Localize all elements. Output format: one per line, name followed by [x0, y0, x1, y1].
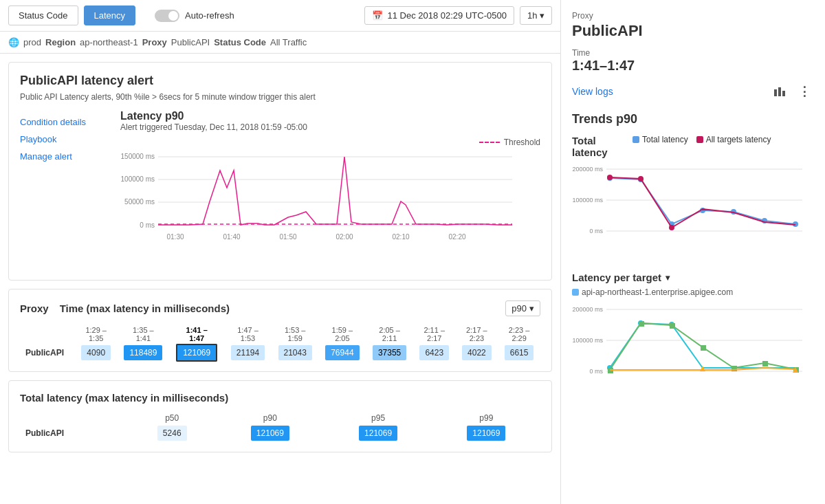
date-value: 11 Dec 2018 02:29 UTC-0500 — [387, 10, 506, 21]
val-3[interactable]: 121069 — [169, 345, 224, 360]
breadcrumb: 🌐 prod Region ap-northeast-1 Proxy Publi… — [0, 32, 560, 54]
right-sidebar: Proxy PublicAPI Time 1:41–1:47 View logs… — [560, 0, 825, 504]
legend-all-targets-label: All targets latency — [706, 135, 771, 144]
more-options-icon[interactable]: ⋮ — [795, 82, 814, 101]
sidebar-proxy-label: Proxy — [572, 11, 814, 21]
time-col-9: 2:17 –2:23 — [456, 323, 498, 345]
env-label: prod — [23, 37, 41, 47]
trends-title: Trends p90 — [572, 112, 814, 127]
percentile-value: p90 — [512, 303, 527, 314]
time-col-label: Time (max latency in milliseconds) — [60, 303, 506, 314]
globe-icon: 🌐 — [8, 37, 19, 47]
latency-table: 1:29 –1:35 1:35 –1:41 1:41 –1:47 1:47 –1… — [20, 323, 540, 360]
svg-point-33 — [669, 225, 674, 230]
svg-text:100000 ms: 100000 ms — [572, 337, 603, 344]
chevron-down-icon-target[interactable]: ▾ — [666, 273, 670, 283]
val-7[interactable]: 37355 — [366, 345, 413, 360]
sidebar-time-value: 1:41–1:47 — [572, 58, 814, 74]
total-p90: 121069 — [216, 426, 324, 441]
svg-rect-49 — [762, 361, 768, 366]
svg-rect-45 — [639, 321, 644, 327]
total-latency-section: Total latency Total latency All targets … — [572, 135, 814, 261]
lat-per-target-label: Latency per target — [572, 272, 661, 283]
latency-chart: 150000 ms 100000 ms 50000 ms 0 ms 01:30 … — [120, 150, 540, 269]
time-col-8: 2:11 –2:17 — [413, 323, 456, 345]
svg-rect-47 — [701, 345, 706, 351]
chevron-down-icon: ▾ — [540, 10, 544, 21]
val-2[interactable]: 118489 — [118, 345, 170, 360]
svg-text:0 ms: 0 ms — [589, 368, 603, 375]
proxy-name: PublicAPI — [20, 345, 75, 360]
latency-tab[interactable]: Latency — [84, 6, 136, 25]
val-6[interactable]: 76944 — [319, 345, 366, 360]
time-col-4: 1:47 –1:53 — [224, 323, 272, 345]
svg-rect-17 — [782, 91, 785, 96]
svg-text:01:30: 01:30 — [166, 233, 184, 241]
val-10[interactable]: 6615 — [498, 345, 540, 360]
time-range-value: 1h — [527, 10, 537, 21]
svg-text:02:00: 02:00 — [336, 233, 353, 241]
status-value: All Traffic — [270, 37, 307, 47]
p95-header: p95 — [324, 410, 432, 426]
total-latency-title: Total latency (max latency in millisecon… — [20, 392, 228, 404]
alert-title: PublicAPI latency alert — [20, 74, 540, 88]
p50-header: p50 — [128, 410, 216, 426]
latency-per-target-section: Latency per target ▾ api-ap-northeast-1.… — [572, 272, 814, 401]
region-label: Region — [45, 37, 76, 47]
time-col-1: 1:29 –1:35 — [75, 323, 118, 345]
proxy-value: PublicAPI — [171, 37, 210, 47]
svg-text:100000 ms: 100000 ms — [121, 175, 155, 183]
total-latency-row: PublicAPI 5246 121069 121069 121069 — [20, 426, 540, 441]
svg-text:50000 ms: 50000 ms — [124, 198, 155, 206]
date-selector[interactable]: 📅 11 Dec 2018 02:29 UTC-0500 — [364, 6, 514, 25]
threshold-label: Threshold — [504, 138, 540, 147]
percentile-selector[interactable]: p90 ▾ — [505, 300, 540, 316]
target-color-dot — [572, 289, 579, 296]
calendar-icon: 📅 — [372, 10, 383, 21]
region-value: ap-northeast-1 — [80, 37, 138, 47]
status-code-tab[interactable]: Status Code — [8, 6, 78, 25]
chart-subtitle: Alert triggered Tuesday, Dec 11, 2018 01… — [120, 122, 540, 132]
val-9[interactable]: 4022 — [456, 345, 498, 360]
legend-total-label: Total latency — [642, 135, 688, 144]
svg-text:200000 ms: 200000 ms — [572, 306, 603, 313]
status-label: Status Code — [214, 37, 266, 47]
view-logs-button[interactable]: View logs — [572, 86, 764, 97]
latency-time-table-card: Proxy Time (max latency in milliseconds)… — [8, 289, 552, 372]
legend: Total latency All targets latency — [632, 135, 771, 144]
total-lat-label: Total latency — [572, 135, 627, 158]
svg-point-31 — [607, 175, 613, 180]
chart-title: Latency p90 — [120, 110, 540, 122]
svg-rect-46 — [670, 323, 675, 329]
manage-alert-link[interactable]: Manage alert — [20, 151, 109, 162]
svg-text:200000 ms: 200000 ms — [572, 166, 603, 173]
total-p95: 121069 — [324, 426, 432, 441]
time-col-3: 1:41 –1:47 — [169, 323, 224, 345]
bar-chart-icon[interactable] — [770, 82, 789, 101]
total-proxy-name: PublicAPI — [20, 426, 128, 441]
svg-text:0 ms: 0 ms — [589, 228, 603, 234]
time-col-6: 1:59 –2:05 — [319, 323, 366, 345]
val-5[interactable]: 21043 — [272, 345, 319, 360]
val-1[interactable]: 4090 — [75, 345, 118, 360]
val-8[interactable]: 6423 — [413, 345, 456, 360]
alert-card: PublicAPI latency alert Public API Laten… — [8, 62, 552, 281]
legend-dot-all-targets — [696, 136, 703, 143]
condition-details-link[interactable]: Condition details — [20, 117, 109, 127]
proxy-label: Proxy — [142, 37, 167, 47]
alert-desc: Public API Latency alerts, 90th %ile > 6… — [20, 92, 540, 102]
svg-text:01:40: 01:40 — [223, 233, 240, 241]
total-latency-table: p50 p90 p95 p99 PublicAPI 5246 121069 12… — [20, 410, 540, 441]
playbook-link[interactable]: Playbook — [20, 134, 109, 144]
val-4[interactable]: 21194 — [224, 345, 272, 360]
trends-chart: 200000 ms 100000 ms 0 ms — [572, 162, 806, 259]
auto-refresh-toggle[interactable] — [155, 10, 179, 22]
time-range-selector[interactable]: 1h ▾ — [520, 6, 552, 25]
p90-header: p90 — [216, 410, 324, 426]
total-latency-card: Total latency (max latency in millisecon… — [8, 380, 552, 452]
svg-text:02:10: 02:10 — [392, 233, 409, 241]
auto-refresh-section: Auto-refresh — [155, 10, 234, 22]
svg-text:100000 ms: 100000 ms — [572, 197, 603, 204]
table-row: PublicAPI 4090 118489 121069 21194 21043… — [20, 345, 540, 360]
time-col-5: 1:53 –1:59 — [272, 323, 319, 345]
